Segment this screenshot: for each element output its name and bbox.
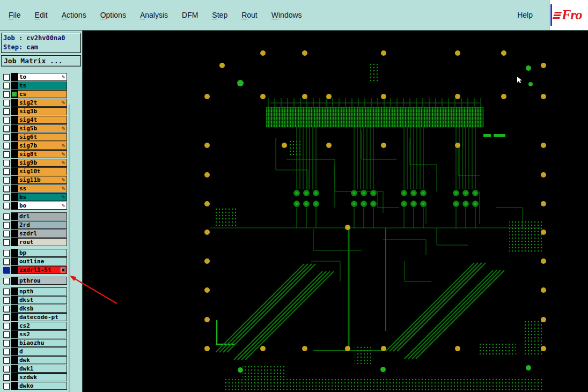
menu-help[interactable]: Help — [517, 11, 533, 19]
layer-name-biaozhu[interactable]: biaozhu — [18, 339, 67, 347]
layer-name-szdrl[interactable]: szdrl — [18, 230, 67, 238]
layer-checkbox-sig3b[interactable] — [3, 108, 10, 115]
layer-checkbox-cs[interactable] — [3, 91, 10, 98]
layer-checkbox-dwk1[interactable] — [3, 366, 10, 372]
layer-swatch-2rd[interactable] — [11, 221, 18, 229]
layer-swatch-bs[interactable] — [11, 193, 18, 201]
layer-checkbox-szdwk[interactable] — [3, 374, 10, 381]
layer-checkbox-2rd[interactable] — [3, 222, 10, 228]
layer-swatch-outline[interactable] — [11, 257, 18, 265]
menu-step[interactable]: Step — [212, 11, 227, 19]
layer-swatch-sig2t[interactable] — [11, 99, 18, 107]
layer-swatch-npth[interactable] — [11, 287, 18, 295]
layer-swatch-bp[interactable] — [11, 249, 18, 257]
layer-checkbox-sig8t[interactable] — [3, 151, 10, 158]
layer-name-cs[interactable]: cs — [18, 90, 67, 98]
layer-checkbox-drl[interactable] — [3, 213, 10, 220]
layer-checkbox-sig11b[interactable] — [3, 177, 10, 183]
layer-name-bp[interactable]: bp — [18, 249, 67, 257]
layer-checkbox-npth[interactable] — [3, 289, 10, 295]
layer-checkbox-pthrou[interactable] — [3, 278, 10, 284]
layer-checkbox-datecode-pt[interactable] — [3, 314, 10, 321]
layer-swatch-sig3b[interactable] — [11, 107, 18, 115]
layer-swatch-rout[interactable] — [11, 238, 18, 246]
layer-name-dkst[interactable]: dkst — [18, 296, 67, 304]
layer-swatch-datecode-pt[interactable] — [11, 313, 18, 321]
menu-dfm[interactable]: DFM — [182, 11, 198, 19]
layer-swatch-ss[interactable] — [11, 184, 18, 193]
layer-checkbox-sig9b[interactable] — [3, 160, 10, 166]
layer-checkbox-ss[interactable] — [3, 186, 10, 192]
layer-name-sig5b[interactable]: sig5b✎ — [18, 124, 67, 132]
layer-name-sig11b[interactable]: sig11b✎ — [18, 176, 67, 184]
layer-checkbox-sig4t[interactable] — [3, 117, 10, 123]
layer-name-npth[interactable]: npth — [18, 287, 67, 295]
pcb-viewport[interactable] — [82, 31, 588, 392]
menu-file[interactable]: File — [9, 11, 21, 19]
menu-edit[interactable]: Edit — [35, 11, 48, 19]
menu-windows[interactable]: Windows — [271, 11, 302, 19]
layer-name-dksb[interactable]: dksb — [18, 305, 67, 313]
layer-checkbox-ts[interactable] — [3, 83, 10, 89]
layer-checkbox-biaozhu[interactable] — [3, 340, 10, 346]
layer-swatch-dksb[interactable] — [11, 305, 18, 313]
layer-name-dwko[interactable]: dwko — [18, 382, 67, 390]
layer-checkbox-ss2[interactable] — [3, 331, 10, 338]
menu-actions[interactable]: Actions — [62, 11, 86, 19]
layer-swatch-cs[interactable] — [11, 90, 18, 98]
layer-name-sig2t[interactable]: sig2t✎ — [18, 99, 67, 107]
layer-name-dwk1[interactable]: dwk1 — [18, 365, 67, 373]
layer-swatch-cs2[interactable] — [11, 322, 18, 330]
menu-analysis[interactable]: Analysis — [140, 11, 168, 19]
layer-swatch-sig7b[interactable] — [11, 142, 18, 150]
layer-name-drl[interactable]: drl — [18, 212, 67, 220]
layer-checkbox-sig5b[interactable] — [3, 125, 10, 132]
layer-swatch-sig6t[interactable] — [11, 133, 18, 141]
layer-swatch-to[interactable] — [11, 73, 18, 81]
layer-name-sig10t[interactable]: sig10t — [18, 167, 67, 175]
layer-name-outline[interactable]: outline — [18, 257, 67, 265]
layer-checkbox-outline[interactable] — [3, 258, 10, 265]
layer-swatch-sig8t[interactable] — [11, 150, 18, 158]
layer-name-ts[interactable]: ts — [18, 82, 67, 90]
layer-swatch-biaozhu[interactable] — [11, 339, 18, 347]
layer-swatch-sig11b[interactable] — [11, 176, 18, 184]
layer-name-bs[interactable]: bs✎ — [18, 193, 67, 201]
layer-name-cs2[interactable]: cs2 — [18, 322, 67, 330]
layer-checkbox-dkst[interactable] — [3, 297, 10, 304]
layer-swatch-sig5b[interactable] — [11, 124, 18, 132]
job-matrix-button[interactable]: Job Matrix ... — [1, 55, 81, 66]
layer-checkbox-dksb[interactable] — [3, 306, 10, 312]
layer-checkbox-bp[interactable] — [3, 250, 10, 256]
layer-swatch-szdrl[interactable] — [11, 230, 18, 238]
layer-name-zxdrl1-5t[interactable]: zxdrl1-5t▣ — [18, 266, 67, 274]
layer-name-pthrou[interactable]: pthrou — [18, 277, 67, 285]
layer-checkbox-sig2t[interactable] — [3, 100, 10, 106]
layer-name-to[interactable]: to✎ — [18, 73, 67, 81]
layer-checkbox-bo[interactable] — [3, 203, 10, 209]
layer-swatch-ss2[interactable] — [11, 330, 18, 338]
layer-swatch-pthrou[interactable] — [11, 277, 18, 285]
layer-swatch-szdwk[interactable] — [11, 373, 18, 381]
layer-name-sig8t[interactable]: sig8t✎ — [18, 150, 67, 158]
layer-swatch-sig10t[interactable] — [11, 167, 18, 175]
layer-checkbox-to[interactable] — [3, 74, 10, 80]
layer-name-sig4t[interactable]: sig4t — [18, 116, 67, 124]
layer-swatch-dwk1[interactable] — [11, 365, 18, 373]
layer-swatch-dkst[interactable] — [11, 296, 18, 304]
layer-swatch-sig4t[interactable] — [11, 116, 18, 124]
layer-name-bo[interactable]: bo✎ — [18, 202, 67, 210]
layer-name-sig3b[interactable]: sig3b — [18, 107, 67, 115]
layer-name-ss2[interactable]: ss2 — [18, 330, 67, 338]
layer-name-sig6t[interactable]: sig6t — [18, 133, 67, 141]
layer-swatch-zxdrl1-5t[interactable] — [11, 266, 18, 274]
menu-rout[interactable]: Rout — [241, 11, 258, 19]
layer-checkbox-dwko[interactable] — [3, 383, 10, 389]
layer-checkbox-bs[interactable] — [3, 194, 10, 201]
layer-name-ss[interactable]: ss✎ — [18, 184, 67, 193]
layer-name-sig9b[interactable]: sig9b✎ — [18, 159, 67, 167]
layer-name-2rd[interactable]: 2rd — [18, 221, 67, 229]
layer-swatch-drl[interactable] — [11, 212, 18, 220]
layer-checkbox-sig7b[interactable] — [3, 143, 10, 149]
layer-checkbox-dwk[interactable] — [3, 357, 10, 364]
